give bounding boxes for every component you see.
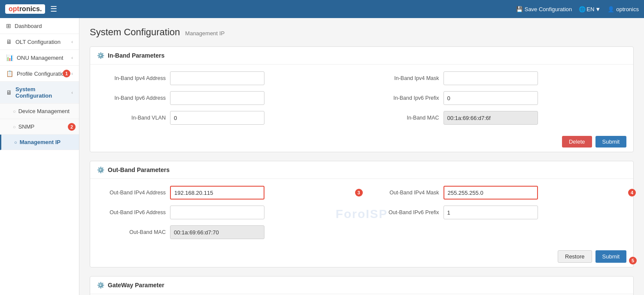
user-icon: 👤 bbox=[608, 6, 614, 12]
language-selector[interactable]: 🌐 EN ▼ bbox=[579, 6, 601, 12]
system-config-submenu: ○ Device Management ○ SNMP 2 ○ Managemen… bbox=[0, 104, 79, 150]
sidebar-item-device-mgmt[interactable]: ○ Device Management bbox=[0, 104, 79, 119]
page-title: System Configuration bbox=[90, 27, 180, 38]
onu-mgmt-label: ONU Management bbox=[17, 55, 71, 61]
management-ip-circle-icon: ○ bbox=[14, 140, 17, 145]
main-content: System Configuration Management IP ⚙️ In… bbox=[79, 18, 644, 295]
outband-title: Out-Band Parameters bbox=[108, 166, 170, 173]
sidebar-item-system-config[interactable]: 🖥 System Configuration ‹ bbox=[0, 82, 79, 104]
management-ip-label: Management IP bbox=[20, 139, 73, 145]
inband-ipv6-prefix-label: In-Band Ipv6 Prefix bbox=[371, 95, 439, 101]
annotation-badge-1: 1 bbox=[63, 70, 70, 77]
outband-ipv6-prefix-row: Out-Band IPv6 Prefix bbox=[371, 206, 627, 219]
outband-ipv4-mask-row: Out-Band IPv4 Mask 4 bbox=[371, 186, 627, 200]
inband-vlan-input[interactable] bbox=[170, 111, 264, 125]
outband-ipv4-mask-input[interactable] bbox=[444, 186, 538, 200]
inband-ipv4-mask-label: In-Band Ipv4 Mask bbox=[371, 75, 439, 81]
save-configuration-button[interactable]: 💾 Save Configuration bbox=[516, 6, 572, 12]
sidebar: ⊞ Dashboard 🖥 OLT Configuration ‹ 📊 ONU … bbox=[0, 18, 79, 295]
outband-submit-button[interactable]: Submit bbox=[595, 250, 626, 263]
inband-ipv6-address-input[interactable] bbox=[170, 91, 264, 105]
save-icon: 💾 bbox=[516, 6, 523, 12]
outband-ipv4-mask-label: Out-Band IPv4 Mask bbox=[371, 190, 439, 196]
inband-form-grid: In-Band Ipv4 Address In-Band Ipv4 Mask I… bbox=[97, 71, 626, 125]
snmp-circle-icon: ○ bbox=[13, 124, 16, 129]
outband-section: ⚙️ Out-Band Parameters ForoISP Out-Band … bbox=[90, 161, 634, 267]
annotation-badge-2: 2 bbox=[68, 123, 76, 131]
navbar-right: 💾 Save Configuration 🌐 EN ▼ 👤 optronics bbox=[516, 6, 639, 12]
inband-mac-row: In-Band MAC bbox=[371, 111, 627, 125]
inband-body: In-Band Ipv4 Address In-Band Ipv4 Mask I… bbox=[90, 65, 633, 132]
olt-arrow-icon: ‹ bbox=[71, 39, 73, 44]
annotation-badge-3: 3 bbox=[355, 189, 363, 197]
snmp-label: SNMP bbox=[18, 123, 73, 130]
system-config-icon: 🖥 bbox=[6, 89, 12, 96]
inband-ipv6-prefix-input[interactable] bbox=[444, 91, 538, 105]
inband-mac-label: In-Band MAC bbox=[371, 115, 439, 121]
outband-ipv4-address-input[interactable] bbox=[170, 186, 264, 200]
outband-restore-button[interactable]: Restore bbox=[558, 250, 592, 263]
device-mgmt-label: Device Management bbox=[18, 108, 73, 114]
inband-actions: Delete Submit bbox=[90, 132, 633, 152]
inband-delete-button[interactable]: Delete bbox=[562, 136, 592, 148]
globe-label: EN bbox=[586, 6, 594, 12]
outband-header: ⚙️ Out-Band Parameters bbox=[90, 161, 633, 179]
inband-icon: ⚙️ bbox=[97, 52, 104, 59]
sidebar-item-onu-mgmt[interactable]: 📊 ONU Management ‹ bbox=[0, 50, 79, 66]
sidebar-item-management-ip[interactable]: ○ Management IP bbox=[0, 135, 79, 150]
inband-vlan-label: In-Band VLAN bbox=[97, 115, 166, 121]
gateway-title: GateWay Parameter bbox=[108, 282, 164, 289]
inband-mac-input bbox=[444, 111, 538, 125]
save-label: Save Configuration bbox=[525, 6, 572, 12]
outband-mac-input bbox=[170, 225, 264, 239]
olt-icon: 🖥 bbox=[6, 38, 12, 45]
sidebar-item-dashboard[interactable]: ⊞ Dashboard bbox=[0, 18, 79, 34]
inband-ipv4-address-row: In-Band Ipv4 Address bbox=[97, 71, 353, 85]
outband-actions: Restore Submit 5 bbox=[90, 246, 633, 267]
onu-icon: 📊 bbox=[6, 54, 13, 61]
outband-ipv4-address-label: Out-Band IPv4 Address bbox=[97, 190, 166, 196]
globe-icon: 🌐 bbox=[579, 6, 586, 12]
page-header: System Configuration Management IP bbox=[90, 27, 634, 38]
device-mgmt-circle-icon: ○ bbox=[13, 109, 16, 114]
hamburger-icon[interactable]: ☰ bbox=[50, 4, 57, 14]
inband-ipv4-address-input[interactable] bbox=[170, 71, 264, 85]
inband-ipv4-mask-input[interactable] bbox=[444, 71, 538, 85]
onu-arrow-icon: ‹ bbox=[71, 55, 73, 60]
outband-ipv6-prefix-input[interactable] bbox=[444, 206, 538, 219]
inband-ipv4-mask-row: In-Band Ipv4 Mask bbox=[371, 71, 627, 85]
inband-vlan-row: In-Band VLAN bbox=[97, 111, 353, 125]
inband-ipv6-prefix-row: In-Band Ipv6 Prefix bbox=[371, 91, 627, 105]
sidebar-item-profile-config[interactable]: 📋 Profile Configuration 1 ‹ bbox=[0, 66, 79, 82]
outband-ipv6-address-input[interactable] bbox=[170, 206, 264, 219]
outband-mac-row: Out-Band MAC bbox=[97, 225, 353, 239]
sidebar-item-olt-config[interactable]: 🖥 OLT Configuration ‹ bbox=[0, 34, 79, 50]
outband-ipv6-address-label: Out-Band IPv6 Address bbox=[97, 209, 166, 215]
outband-ipv4-address-row: Out-Band IPv4 Address 3 bbox=[97, 186, 353, 200]
profile-icon: 📋 bbox=[6, 70, 13, 77]
outband-body: Out-Band IPv4 Address 3 Out-Band IPv4 Ma… bbox=[90, 179, 633, 246]
inband-section: ⚙️ In-Band Parameters In-Band Ipv4 Addre… bbox=[90, 46, 634, 152]
annotation-badge-4: 4 bbox=[628, 189, 636, 197]
annotation-badge-5: 5 bbox=[629, 257, 637, 264]
dashboard-label: Dashboard bbox=[15, 23, 73, 29]
olt-config-label: OLT Configuration bbox=[15, 39, 71, 45]
inband-ipv6-address-row: In-Band Ipv6 Address bbox=[97, 91, 353, 105]
dashboard-icon: ⊞ bbox=[6, 22, 11, 29]
inband-title: In-Band Parameters bbox=[108, 52, 164, 59]
user-menu[interactable]: 👤 optronics bbox=[608, 6, 639, 12]
brand-logo: optronics. bbox=[5, 4, 45, 14]
top-navbar: optronics. ☰ 💾 Save Configuration 🌐 EN ▼… bbox=[0, 0, 644, 18]
gateway-header: ⚙️ GateWay Parameter bbox=[90, 277, 633, 294]
inband-ipv6-address-label: In-Band Ipv6 Address bbox=[97, 95, 166, 101]
gateway-icon: ⚙️ bbox=[97, 282, 104, 289]
user-label: optronics bbox=[616, 6, 639, 12]
outband-icon: ⚙️ bbox=[97, 166, 104, 173]
profile-arrow-icon: ‹ bbox=[71, 71, 73, 76]
inband-submit-button[interactable]: Submit bbox=[595, 136, 626, 148]
logo-text-2: ronics. bbox=[19, 5, 42, 13]
sidebar-item-snmp[interactable]: ○ SNMP 2 bbox=[0, 119, 79, 135]
inband-header: ⚙️ In-Band Parameters bbox=[90, 47, 633, 65]
logo-text-1: opt bbox=[9, 5, 19, 13]
outband-mac-label: Out-Band MAC bbox=[97, 229, 166, 235]
